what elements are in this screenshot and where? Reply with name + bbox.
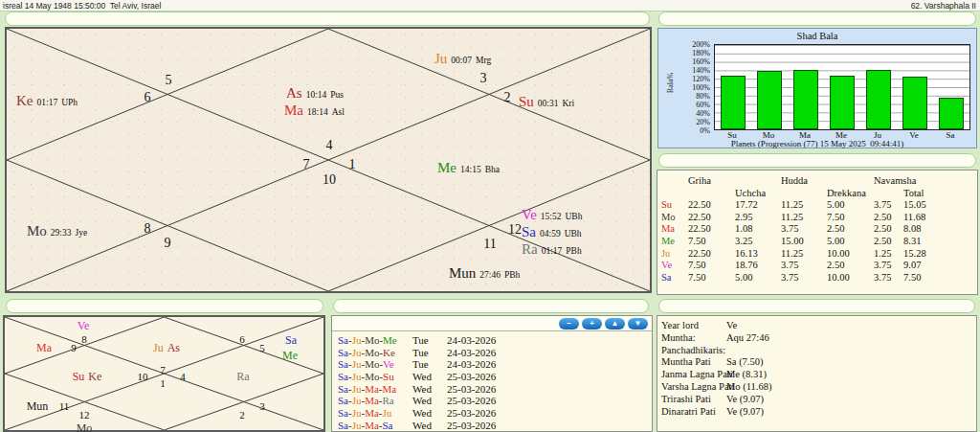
strengths-row: Mo22.502.9511.257.502.5011.68 <box>657 212 977 224</box>
status-bar: isreal 14 May 1948 15:50:00 Tel Aviv, Is… <box>0 0 980 11</box>
y-tick: 180% <box>692 49 710 57</box>
planet-label-me: Me 14:15 Bha <box>437 159 500 176</box>
col-griha: Griha <box>688 175 735 188</box>
house-number: 9 <box>71 342 77 353</box>
dasha-row[interactable]: SaJuMaRa Wed25-03-2026 <box>332 395 652 407</box>
planet-label: Me <box>282 349 298 363</box>
planet-code: Su <box>519 94 534 109</box>
col-drekkana: Drekkana <box>827 188 874 200</box>
house-number: 6 <box>145 90 151 105</box>
house-number: 2 <box>504 90 511 105</box>
bar-su <box>721 76 746 129</box>
scroll-down-button[interactable]: ▼ <box>628 318 648 330</box>
planet-degree: 14:15 <box>460 165 481 174</box>
planet-degree: 27:46 <box>479 270 501 280</box>
shadbala-chart: Shad Bala Bala% 200% 180% 160% 140% 120%… <box>657 28 977 148</box>
vimshottari-title[interactable]: Progression (77) 15 May 2025 09:44:41 Vi… <box>333 299 649 313</box>
planet-code: Ke <box>16 93 33 108</box>
col-uchcha: Uchcha <box>735 188 781 200</box>
house-number: 9 <box>165 236 171 251</box>
strengths-panel: Progression (77) 15 May 2025 09:44:41 Va… <box>657 153 978 295</box>
view-name-text: 62. Varshaphala II <box>911 1 976 11</box>
planet-nakshatra: Mrg <box>476 56 491 65</box>
planet-label-ma: Ma 18:14 Asl <box>284 102 345 119</box>
planet-code: As <box>286 85 302 101</box>
planet-nakshatra: UBh <box>565 212 582 221</box>
shadbala-plot-area <box>714 44 970 130</box>
planet-code: Mo <box>27 223 47 239</box>
vimshottari-toolbar: − + ▲ ▼ <box>332 316 652 331</box>
planet-degree: 00:31 <box>538 99 559 108</box>
house-number: 8 <box>81 333 87 345</box>
dasha-row[interactable]: SaJuMaMa Wed25-03-2026 <box>332 383 652 396</box>
planet-label-as: As 10:14 Pus <box>286 84 344 102</box>
planet-nakshatra: PBh <box>504 270 520 280</box>
strengths-title[interactable]: Progression (77) 15 May 2025 09:44:41 Va… <box>658 153 976 168</box>
planet-label: Mo <box>77 421 93 432</box>
house-number: 1 <box>349 157 356 172</box>
bar-sa <box>939 98 964 129</box>
dasha-row[interactable]: SaJuMoKe Tue24-03-2026 <box>332 347 652 359</box>
house-number: 10 <box>138 371 148 382</box>
dasha-row[interactable]: SaJuMoMe Tue24-03-2026 <box>332 334 652 347</box>
planet-label-ke: Ke 01:17 UPh <box>16 92 78 109</box>
planet-nakshatra: Jye <box>75 228 87 238</box>
d9-chart-title[interactable]: D9 Progression (77) 15 May 2025 09:44:41… <box>6 299 323 313</box>
planet-nakshatra: PBh <box>566 246 581 256</box>
y-tick: 40% <box>696 109 710 118</box>
planet-label: Ve <box>78 319 90 333</box>
dasha-row[interactable]: SaJuMoVe Tue24-03-2026 <box>332 358 652 371</box>
col-total: Total <box>903 188 977 200</box>
dasha-row[interactable]: SaJuMaSa Wed25-03-2026 <box>332 420 652 432</box>
rasi-chart-title[interactable]: Progression (77) 15 May 2025 09:44:41 <box>5 11 650 26</box>
y-tick: 60% <box>696 101 710 109</box>
strengths-row: Ju22.5016.1311.2510.001.2515.28 <box>657 248 977 261</box>
planet-label: Sa <box>285 333 297 348</box>
y-tick: 200% <box>692 40 710 49</box>
y-tick: 20% <box>696 118 710 126</box>
house-number: 3 <box>480 71 487 86</box>
dasha-row[interactable]: SaJuMoSu Wed25-03-2026 <box>332 371 652 383</box>
shadbala-title[interactable]: Progression (77) 15 May 2025 09:44:41 Sh… <box>658 11 976 26</box>
planet-degree: 00:07 <box>451 56 472 65</box>
planet-code: Ve <box>522 207 537 222</box>
house-number: 11 <box>483 237 496 252</box>
collapse-button[interactable]: − <box>559 318 579 330</box>
planet-label-ra: Ra 01:17 PBh <box>522 240 582 258</box>
planet-degree: 01:17 <box>542 246 563 256</box>
strengths-row: Su22.5017.7211.255.003.7515.05 <box>657 199 977 212</box>
bar-ma <box>793 70 818 129</box>
planet-code: Ma <box>284 102 303 118</box>
planet-label-sa: Sa 04:59 UBh <box>522 223 582 240</box>
planet-nakshatra: Asl <box>332 107 345 117</box>
d9-chart: 8 9 6 5 7 10 4 1 11 12 2 3 Ve Ma JuAs Sa… <box>3 315 325 432</box>
planet-label-muntha: Mun 27:46 PBh <box>449 264 520 282</box>
y-tick: 100% <box>692 83 710 92</box>
y-tick: 0% <box>700 126 710 135</box>
strengths-table: GrihaHuddaNavamsha UchchaDrekkanaTotal S… <box>657 170 978 295</box>
chart-info-text: isreal 14 May 1948 15:50:00 Tel Aviv, Is… <box>3 1 161 11</box>
planet-degree: 15:52 <box>541 212 562 221</box>
yearlord-row: Janma Lagna PatiMe (8.31) <box>657 369 976 381</box>
planet-label: JuAs <box>153 341 180 355</box>
house-number: 4 <box>326 138 333 153</box>
expand-button[interactable]: + <box>582 318 602 330</box>
yearlord-table: Year lordVe Muntha:Aqu 27:46 Panchadhika… <box>657 315 977 432</box>
rasi-chart: 5 6 3 2 4 7 1 10 8 9 12 11 Ke 01:17 UPh … <box>5 27 652 293</box>
house-number: 5 <box>166 73 172 88</box>
house-number: 12 <box>79 409 90 421</box>
yearlord-title[interactable]: Progression (77) 15 May 2025 09:44:41 Ye… <box>658 299 975 313</box>
strengths-row: Me7.503.2515.005.002.508.31 <box>657 236 977 248</box>
planet-nakshatra: Kri <box>562 99 574 108</box>
yearlord-row: Year lordVe <box>657 320 976 332</box>
planet-degree: 18:14 <box>307 107 328 117</box>
planet-label-ju: Ju 00:07 Mrg <box>434 50 491 67</box>
planet-label: Mun <box>27 399 49 414</box>
strengths-row: Ve7.5018.763.752.503.759.07 <box>657 260 977 272</box>
planet-label: Ma <box>36 341 52 355</box>
planet-degree: 29:33 <box>51 228 72 238</box>
bar-ju <box>866 70 891 129</box>
scroll-up-button[interactable]: ▲ <box>605 318 625 330</box>
dasha-row[interactable]: SaJuMaJu Wed25-03-2026 <box>332 407 652 420</box>
app-window: { "window": { "status_left": "isreal 14 … <box>0 0 980 432</box>
